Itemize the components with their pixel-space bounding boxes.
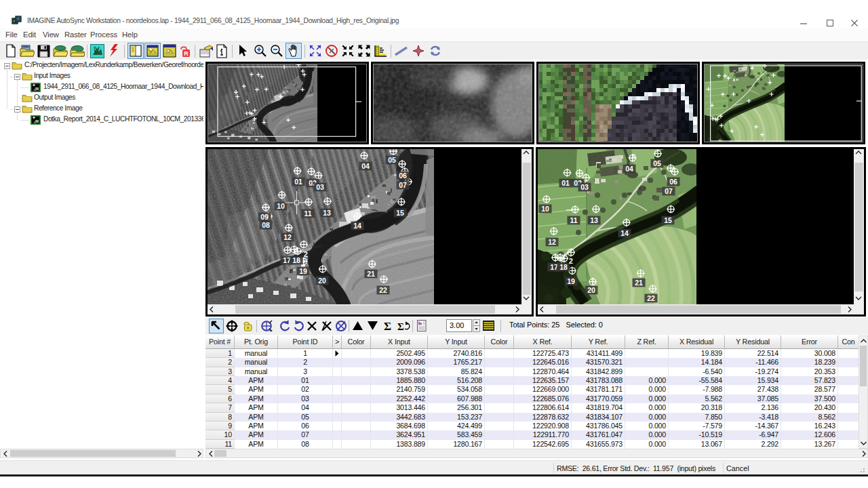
svg-text:21: 21	[635, 279, 643, 287]
svg-text:06: 06	[669, 178, 677, 186]
svg-text:17: 17	[550, 263, 558, 271]
svg-text:11: 11	[304, 209, 311, 218]
svg-text:01: 01	[294, 178, 302, 186]
svg-text:08: 08	[262, 221, 270, 229]
svg-text:19: 19	[299, 267, 307, 275]
svg-text:R: R	[184, 50, 189, 57]
svg-text:22: 22	[647, 294, 655, 302]
svg-text:07: 07	[399, 181, 407, 189]
svg-text:06: 06	[399, 171, 407, 180]
svg-text:15: 15	[396, 209, 404, 217]
svg-text:12: 12	[548, 238, 556, 246]
svg-text:01: 01	[561, 179, 570, 187]
svg-text:21: 21	[367, 270, 375, 278]
svg-text:2: 2	[304, 250, 308, 258]
svg-text:05: 05	[653, 159, 661, 167]
svg-text:04: 04	[625, 165, 633, 173]
svg-text:03: 03	[580, 183, 589, 191]
svg-text:05: 05	[388, 156, 396, 164]
svg-text:19: 19	[567, 277, 575, 285]
svg-text:09: 09	[260, 213, 269, 221]
svg-text:03: 03	[316, 183, 324, 191]
svg-text:Σ: Σ	[384, 321, 391, 331]
svg-text:2: 2	[569, 257, 573, 265]
svg-text:14: 14	[353, 222, 361, 230]
svg-text:Σ: Σ	[397, 321, 404, 331]
svg-text:20: 20	[587, 286, 595, 294]
svg-text:13: 13	[323, 209, 331, 217]
svg-text:07: 07	[665, 187, 673, 195]
svg-text:13: 13	[590, 216, 598, 224]
svg-text:17: 17	[283, 256, 291, 264]
svg-text:20: 20	[318, 277, 326, 285]
svg-text:14: 14	[620, 229, 629, 237]
svg-text:18: 18	[559, 263, 568, 271]
svg-text:22: 22	[379, 286, 387, 294]
svg-text:15: 15	[664, 216, 672, 224]
svg-text:12: 12	[283, 233, 292, 241]
svg-text:04: 04	[361, 162, 370, 170]
svg-text:10: 10	[277, 202, 285, 210]
svg-text:11: 11	[570, 216, 577, 224]
svg-text:10: 10	[541, 205, 549, 213]
svg-text:18: 18	[292, 256, 300, 264]
